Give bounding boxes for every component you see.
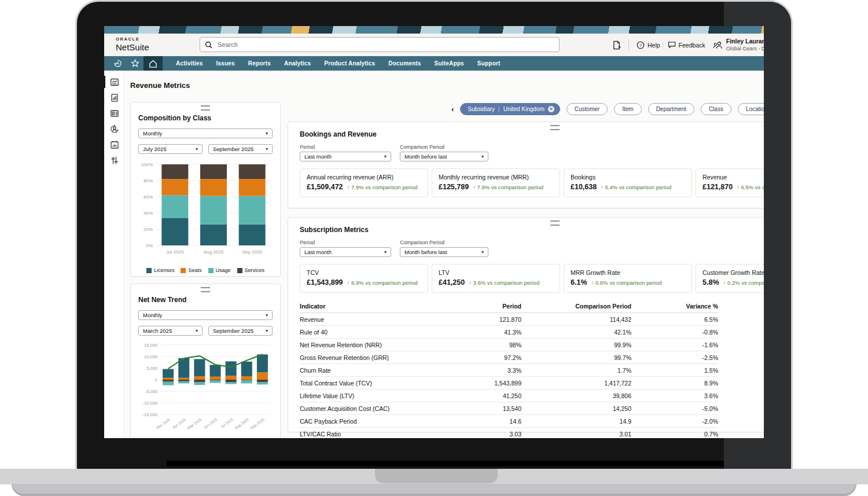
tab-support[interactable]: Support <box>477 60 501 67</box>
drag-handle[interactable] <box>550 125 560 130</box>
customer-sync-icon[interactable] <box>104 121 124 137</box>
table-cell: -1.6% <box>631 339 718 351</box>
svg-text:20%: 20% <box>144 227 153 232</box>
kpi-card: Revenue£121,870↑ 6.5% vs comparison peri… <box>696 168 764 197</box>
legend-item: Services <box>237 267 265 273</box>
chevron-down-icon: ▾ <box>266 313 268 318</box>
tab-activities[interactable]: Activities <box>176 60 203 67</box>
period-select[interactable]: Last month▾ <box>300 247 391 257</box>
table-row: CAC Payback Period14.614.9-2.0% <box>300 415 718 428</box>
svg-text:Jul 2025: Jul 2025 <box>220 417 234 429</box>
chevron-down-icon: ▾ <box>384 249 387 255</box>
up-arrow-icon: ↑ <box>469 280 472 286</box>
decorative-banner <box>104 26 764 34</box>
tab-documents[interactable]: Documents <box>388 60 421 67</box>
drag-handle[interactable] <box>550 221 560 226</box>
interval-select[interactable]: Monthly▾ <box>138 128 273 138</box>
screen: ORACLE NetSuite ? Help <box>104 26 764 438</box>
to-month-select[interactable]: September 2025▾ <box>208 144 273 154</box>
interval-select[interactable]: Monthly▾ <box>138 310 273 320</box>
tab-issues[interactable]: Issues <box>216 60 234 67</box>
drag-handle[interactable] <box>201 105 210 111</box>
kpi-value: 6.1% <box>571 278 587 286</box>
tab-reports[interactable]: Reports <box>248 60 271 67</box>
net-new-trend-chart: 15,00010,0005,0000-5,000-10,000-15,000Ma… <box>138 341 273 438</box>
filter-chip-customer[interactable]: Customer <box>567 103 608 115</box>
page-title: Revenue Metrics <box>130 81 190 90</box>
kpi-card: MRR Growth Rate6.1%↑ 0.6% vs comparison … <box>564 264 692 293</box>
tab-product-analytics[interactable]: Product Analytics <box>324 60 375 67</box>
svg-text:Jun 2025: Jun 2025 <box>203 417 218 429</box>
chevron-left-icon[interactable]: ‹ <box>451 105 454 113</box>
billing-panel-icon[interactable]: $ <box>104 105 124 121</box>
remove-filter-icon[interactable]: ✕ <box>548 106 554 112</box>
tab-analytics[interactable]: Analytics <box>284 60 311 67</box>
kpi-card: Bookings£10,638↑ 5.4% vs comparison peri… <box>564 168 692 197</box>
kpi-delta: ↑ 5.4% vs comparison period <box>601 184 671 190</box>
kpi-value: £1,509,472 <box>307 183 343 191</box>
table-cell: -2.5% <box>631 351 718 364</box>
to-month-select[interactable]: September 2025▾ <box>208 326 273 336</box>
comparison-period-select[interactable]: Month before last▾ <box>400 152 488 161</box>
table-row: Rule of 4041.3%42.1%-0.8% <box>300 326 718 339</box>
comparison-period-select[interactable]: Month before last▾ <box>400 247 488 257</box>
filter-chip-item[interactable]: Item <box>614 103 641 115</box>
up-arrow-icon: ↑ <box>601 184 604 190</box>
svg-text:?: ? <box>639 42 642 47</box>
table-cell: -0.8% <box>631 326 718 339</box>
search-field[interactable] <box>216 41 554 49</box>
table-cell: 99.9% <box>521 339 631 351</box>
calendar-chart-icon[interactable] <box>104 137 124 152</box>
column-header: Indicator <box>300 300 426 313</box>
from-month-select[interactable]: July 2025▾ <box>138 144 203 154</box>
table-cell: 14.6 <box>426 415 521 428</box>
kpi-card: Customer Growth Rate5.8%↑ 0.2% vs compar… <box>696 264 764 293</box>
up-arrow-icon: ↑ <box>347 184 350 190</box>
table-cell: CAC Payback Period <box>300 415 426 428</box>
svg-text:5,000: 5,000 <box>146 366 157 371</box>
chevron-down-icon: ▾ <box>481 249 484 255</box>
filter-chip-department[interactable]: Department <box>648 103 694 115</box>
history-icon[interactable] <box>109 56 126 71</box>
svg-text:Sep 2025: Sep 2025 <box>249 417 266 431</box>
legend-swatch <box>181 268 186 273</box>
column-header: Comparison Period <box>521 300 631 313</box>
legend-item: Licenses <box>146 267 175 273</box>
filter-chip-class[interactable]: Class <box>701 103 731 115</box>
svg-text:40%: 40% <box>144 211 153 216</box>
column-header: Variance % <box>631 300 718 313</box>
filter-chip-subsidiary[interactable]: Subsidiary | United Kingdom ✕ <box>460 103 560 115</box>
search-input[interactable] <box>200 37 560 52</box>
star-icon[interactable] <box>126 56 144 71</box>
help-button[interactable]: ? Help <box>637 41 660 49</box>
table-row: Revenue121,870114,4326.5% <box>300 313 718 326</box>
from-month-select[interactable]: March 2025▾ <box>138 326 203 336</box>
chart-report-icon[interactable] <box>104 90 124 105</box>
new-document-icon[interactable] <box>612 41 621 50</box>
filter-sliders-icon[interactable] <box>104 152 124 168</box>
user-menu[interactable]: Finley Laurant Global Gears - DB <box>713 38 764 52</box>
table-cell: Rule of 40 <box>300 326 426 339</box>
svg-text:Jul 2025: Jul 2025 <box>166 249 184 255</box>
kpi-delta: ↑ 0.6% vs comparison period <box>591 280 662 286</box>
table-cell: 99.7% <box>521 351 631 364</box>
kpi-cards-row: Annual recurring revenue (ARR)£1,509,472… <box>300 168 764 197</box>
period-select[interactable]: Last month▾ <box>300 152 391 161</box>
table-cell: 0.7% <box>631 428 718 439</box>
dashboard-icon[interactable] <box>104 74 124 90</box>
tab-suiteapps[interactable]: SuiteApps <box>435 60 464 67</box>
drag-handle[interactable] <box>201 287 210 292</box>
filter-chip-location[interactable]: Location <box>738 103 764 115</box>
kpi-label: TCV <box>307 269 421 276</box>
chevron-down-icon: ▾ <box>266 131 268 136</box>
svg-text:80%: 80% <box>144 178 153 183</box>
chevron-down-icon: ▾ <box>266 146 268 152</box>
up-arrow-icon: ↑ <box>591 280 594 286</box>
up-arrow-icon: ↑ <box>723 280 726 286</box>
feedback-button[interactable]: Feedback <box>668 41 705 49</box>
table-cell: 1,543,899 <box>426 377 521 390</box>
table-cell: 3.01 <box>521 428 631 439</box>
table-cell: 42.1% <box>521 326 631 339</box>
kpi-label: Revenue <box>703 174 764 181</box>
home-icon[interactable] <box>144 56 163 71</box>
